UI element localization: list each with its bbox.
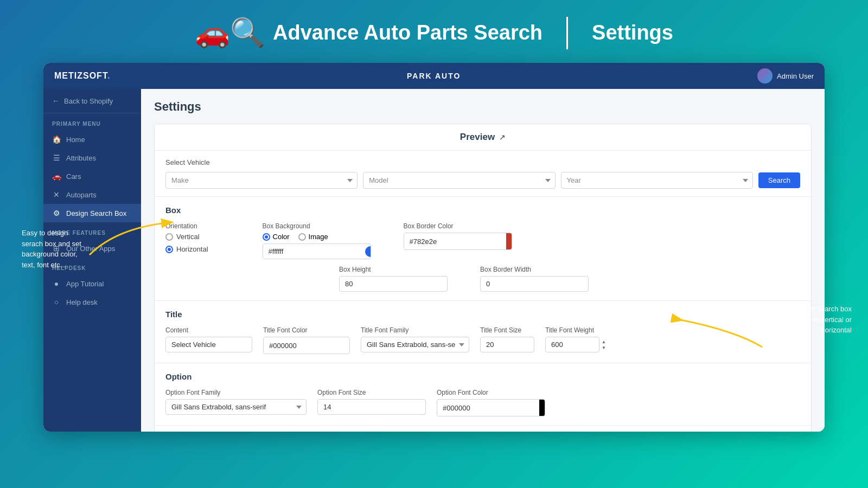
color-radio[interactable] [263,233,270,241]
font-weight-spinner[interactable]: ▲ ▼ [602,339,606,350]
vehicle-selects: Make Model Year Search [165,172,800,189]
model-select[interactable]: Model [363,172,555,189]
back-to-shopify-link[interactable]: ← Back to Shopify [43,89,141,113]
box-form-grid: Orientation Vertical Horizontal [165,222,800,259]
bg-options: Color Image [263,233,371,241]
bg-color-toggle [365,246,371,257]
attributes-icon: ☰ [52,153,61,162]
search-button[interactable]: Search [758,172,800,188]
title-font-family-group: Title Font Family Gill Sans Extrabold, s… [361,326,469,352]
top-nav: METIZSOFT. PARK AUTO Admin User [43,63,825,89]
box-height-label: Box Height [339,266,448,273]
title-font-family-select[interactable]: Gill Sans Extrabold, sans-serif [361,337,469,352]
car-search-icon: 🚗🔍 [195,16,265,49]
title-color-wrap [263,337,350,354]
option-font-color-input[interactable] [437,401,539,415]
border-color-group: Box Border Color [404,222,512,250]
left-annotation: Easy to design serach box and set backgr… [22,228,87,270]
title-font-color-input[interactable] [264,338,350,353]
help-icon: ○ [52,298,61,306]
button-section: Button Content Button Font Family Gill S… [155,426,811,432]
brand-name: METIZSOFT. [54,71,110,81]
option-font-size-label: Option Font Size [317,389,426,396]
image-option[interactable]: Image [298,233,328,241]
sidebar-item-attributes[interactable]: ☰ Attributes [43,149,141,167]
border-color-label: Box Border Color [404,222,512,230]
option-section-title: Option [165,372,800,381]
color-option[interactable]: Color [263,233,290,241]
title-font-weight-wrap: ▲ ▼ [545,337,606,352]
sidebar-item-home[interactable]: 🏠 Home [43,130,141,149]
option-font-family-select[interactable]: Gill Sans Extrabold, sans-serif [165,399,307,415]
toggle-track[interactable] [365,246,371,257]
external-link-icon: ↗ [499,133,506,142]
box-height-input[interactable] [339,276,448,292]
header-settings-label: Settings [592,21,673,44]
box-second-row: Box Height Box Border Width [165,266,800,292]
title-content-group: Content [165,326,252,352]
preview-vehicle-section: Select Vehicle Make Model Year Search [155,151,811,197]
title-font-weight-input[interactable] [545,337,599,352]
bg-color-input-wrap [263,243,371,259]
sidebar-item-app-tutorial[interactable]: ● App Tutorial [43,274,141,293]
header-divider [566,17,568,49]
option-section: Option Option Font Family Gill Sans Extr… [155,363,811,426]
border-color-input-wrap [404,233,512,250]
box-height-group: Box Height [339,266,448,292]
settings-icon: ⚙ [52,209,61,217]
page-title: Settings [154,100,812,114]
autoparts-icon: ✕ [52,190,61,199]
right-annotation: Easy to set search box orientation verti… [776,304,852,336]
bg-group: Box Background Color Image [263,222,371,259]
header-logo: 🚗🔍 Advance Auto Parts Search [195,16,542,49]
cars-icon: 🚗 [52,172,61,181]
option-font-color-group: Option Font Color [437,389,545,416]
bg-label: Box Background [263,222,371,230]
home-icon: 🏠 [52,135,61,144]
option-font-color-label: Option Font Color [437,389,545,396]
option-font-family-group: Option Font Family Gill Sans Extrabold, … [165,389,307,415]
select-vehicle-label: Select Vehicle [165,158,800,166]
title-content-input[interactable] [165,337,252,352]
user-name: Admin User [777,72,814,80]
border-width-group: Box Border Width [480,266,589,292]
sidebar-item-help-desk[interactable]: ○ Help desk [43,293,141,311]
preview-title: Preview [460,132,495,143]
right-yellow-arrow [670,309,768,352]
back-arrow-icon: ← [52,97,60,105]
user-area: Admin User [757,68,814,84]
page-header: 🚗🔍 Advance Auto Parts Search Settings [0,0,868,63]
title-content-label: Content [165,326,252,334]
title-font-size-label: Title Font Size [480,326,534,334]
title-font-color-group: Title Font Color [263,326,350,354]
border-color-swatch[interactable] [506,233,512,249]
box-section-title: Box [165,206,800,215]
border-color-input[interactable] [404,234,506,249]
preview-header: Preview ↗ [155,124,811,151]
app-body: ← Back to Shopify PRIMARY MENU 🏠 Home ☰ … [43,89,825,432]
image-radio[interactable] [298,233,306,241]
title-font-weight-label: Title Font Weight [545,326,606,334]
title-font-family-label: Title Font Family [361,326,469,334]
option-font-size-input[interactable] [317,399,426,415]
make-select[interactable]: Make [165,172,358,189]
title-font-size-input[interactable] [480,337,534,352]
option-color-swatch[interactable] [539,400,545,416]
user-avatar [757,68,773,84]
option-font-family-label: Option Font Family [165,389,307,396]
sidebar-item-cars[interactable]: 🚗 Cars [43,167,141,185]
sidebar-item-autoparts[interactable]: ✕ Autoparts [43,185,141,204]
year-select[interactable]: Year [561,172,753,189]
bg-color-input[interactable] [263,244,365,259]
option-color-wrap [437,399,545,416]
option-font-size-group: Option Font Size [317,389,426,415]
primary-menu-label: PRIMARY MENU [43,113,141,130]
title-font-color-label: Title Font Color [263,326,350,334]
tutorial-icon: ● [52,279,61,288]
border-width-label: Box Border Width [480,266,589,273]
settings-panel: Preview ↗ Select Vehicle Make Model [154,124,812,432]
store-name: PARK AUTO [110,72,757,80]
left-yellow-arrow [84,206,182,260]
border-width-input[interactable] [480,276,589,292]
title-font-weight-group: Title Font Weight ▲ ▼ [545,326,606,352]
